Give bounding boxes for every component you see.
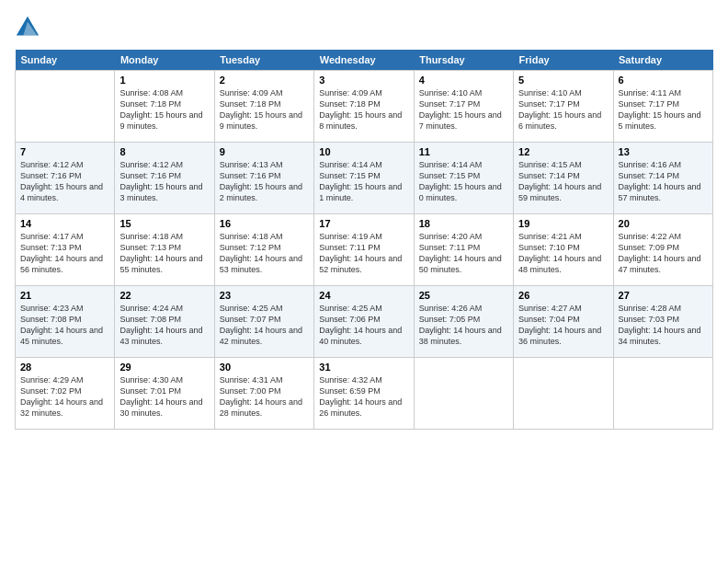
calendar-cell: 12Sunrise: 4:15 AM Sunset: 7:14 PM Dayli…: [514, 143, 613, 214]
day-number: 17: [319, 218, 408, 229]
calendar-cell: 21Sunrise: 4:23 AM Sunset: 7:08 PM Dayli…: [16, 286, 115, 358]
cell-info: Sunrise: 4:18 AM Sunset: 7:13 PM Dayligh…: [119, 231, 209, 276]
calendar-cell: 5Sunrise: 4:10 AM Sunset: 7:17 PM Daylig…: [514, 71, 613, 143]
calendar-cell: [613, 358, 712, 430]
day-number: 27: [619, 290, 708, 301]
day-number: 26: [518, 290, 608, 301]
day-number: 2: [220, 75, 309, 86]
cell-info: Sunrise: 4:21 AM Sunset: 7:10 PM Dayligh…: [518, 231, 608, 276]
calendar-cell: [414, 358, 513, 430]
day-number: 1: [119, 75, 209, 86]
calendar-cell: 15Sunrise: 4:18 AM Sunset: 7:13 PM Dayli…: [115, 214, 214, 286]
cell-info: Sunrise: 4:09 AM Sunset: 7:18 PM Dayligh…: [319, 87, 408, 132]
cell-info: Sunrise: 4:29 AM Sunset: 7:02 PM Dayligh…: [20, 374, 109, 419]
calendar-cell: 10Sunrise: 4:14 AM Sunset: 7:15 PM Dayli…: [314, 143, 414, 214]
calendar-cell: 9Sunrise: 4:13 AM Sunset: 7:16 PM Daylig…: [214, 143, 313, 214]
calendar-cell: 11Sunrise: 4:14 AM Sunset: 7:15 PM Dayli…: [414, 143, 513, 214]
day-number: 3: [319, 75, 408, 86]
day-number: 10: [319, 146, 408, 157]
day-number: 6: [619, 75, 708, 86]
day-number: 15: [119, 218, 209, 229]
cell-info: Sunrise: 4:31 AM Sunset: 7:00 PM Dayligh…: [220, 374, 309, 419]
header-row: SundayMondayTuesdayWednesdayThursdayFrid…: [16, 50, 713, 71]
calendar-cell: 19Sunrise: 4:21 AM Sunset: 7:10 PM Dayli…: [514, 214, 613, 286]
col-header-thursday: Thursday: [414, 50, 513, 71]
day-number: 24: [319, 290, 408, 301]
calendar-cell: 13Sunrise: 4:16 AM Sunset: 7:14 PM Dayli…: [613, 143, 712, 214]
calendar-cell: [16, 71, 115, 143]
cell-info: Sunrise: 4:25 AM Sunset: 7:07 PM Dayligh…: [220, 303, 309, 348]
day-number: 29: [119, 362, 209, 373]
day-number: 8: [119, 146, 209, 157]
calendar-cell: 4Sunrise: 4:10 AM Sunset: 7:17 PM Daylig…: [414, 71, 513, 143]
calendar-cell: 8Sunrise: 4:12 AM Sunset: 7:16 PM Daylig…: [115, 143, 214, 214]
calendar-cell: 1Sunrise: 4:08 AM Sunset: 7:18 PM Daylig…: [115, 71, 214, 143]
day-number: 11: [419, 146, 508, 157]
day-number: 14: [20, 218, 109, 229]
cell-info: Sunrise: 4:09 AM Sunset: 7:18 PM Dayligh…: [220, 87, 309, 132]
logo: [15, 15, 44, 40]
calendar-cell: 3Sunrise: 4:09 AM Sunset: 7:18 PM Daylig…: [314, 71, 414, 143]
calendar-cell: 20Sunrise: 4:22 AM Sunset: 7:09 PM Dayli…: [613, 214, 712, 286]
calendar-cell: 14Sunrise: 4:17 AM Sunset: 7:13 PM Dayli…: [16, 214, 115, 286]
cell-info: Sunrise: 4:20 AM Sunset: 7:11 PM Dayligh…: [419, 231, 508, 276]
cell-info: Sunrise: 4:14 AM Sunset: 7:15 PM Dayligh…: [419, 159, 508, 204]
col-header-saturday: Saturday: [613, 50, 712, 71]
week-row-3: 14Sunrise: 4:17 AM Sunset: 7:13 PM Dayli…: [16, 214, 713, 286]
col-header-monday: Monday: [115, 50, 214, 71]
cell-info: Sunrise: 4:15 AM Sunset: 7:14 PM Dayligh…: [518, 159, 608, 204]
week-row-1: 1Sunrise: 4:08 AM Sunset: 7:18 PM Daylig…: [16, 71, 713, 143]
day-number: 23: [220, 290, 309, 301]
day-number: 12: [518, 146, 608, 157]
calendar-table: SundayMondayTuesdayWednesdayThursdayFrid…: [15, 50, 713, 430]
cell-info: Sunrise: 4:16 AM Sunset: 7:14 PM Dayligh…: [619, 159, 708, 204]
cell-info: Sunrise: 4:17 AM Sunset: 7:13 PM Dayligh…: [20, 231, 109, 276]
day-number: 9: [220, 146, 309, 157]
calendar-cell: 23Sunrise: 4:25 AM Sunset: 7:07 PM Dayli…: [214, 286, 313, 358]
calendar-cell: 27Sunrise: 4:28 AM Sunset: 7:03 PM Dayli…: [613, 286, 712, 358]
week-row-5: 28Sunrise: 4:29 AM Sunset: 7:02 PM Dayli…: [16, 358, 713, 430]
col-header-friday: Friday: [514, 50, 613, 71]
day-number: 21: [20, 290, 109, 301]
cell-info: Sunrise: 4:30 AM Sunset: 7:01 PM Dayligh…: [119, 374, 209, 419]
col-header-wednesday: Wednesday: [314, 50, 414, 71]
cell-info: Sunrise: 4:26 AM Sunset: 7:05 PM Dayligh…: [419, 303, 508, 348]
day-number: 20: [619, 218, 708, 229]
day-number: 4: [419, 75, 508, 86]
col-header-tuesday: Tuesday: [214, 50, 313, 71]
week-row-4: 21Sunrise: 4:23 AM Sunset: 7:08 PM Dayli…: [16, 286, 713, 358]
cell-info: Sunrise: 4:10 AM Sunset: 7:17 PM Dayligh…: [518, 87, 608, 132]
cell-info: Sunrise: 4:18 AM Sunset: 7:12 PM Dayligh…: [220, 231, 309, 276]
page-header: [15, 15, 713, 40]
cell-info: Sunrise: 4:14 AM Sunset: 7:15 PM Dayligh…: [319, 159, 408, 204]
day-number: 19: [518, 218, 608, 229]
cell-info: Sunrise: 4:22 AM Sunset: 7:09 PM Dayligh…: [619, 231, 708, 276]
calendar-cell: [514, 358, 613, 430]
cell-info: Sunrise: 4:27 AM Sunset: 7:04 PM Dayligh…: [518, 303, 608, 348]
cell-info: Sunrise: 4:28 AM Sunset: 7:03 PM Dayligh…: [619, 303, 708, 348]
calendar-cell: 17Sunrise: 4:19 AM Sunset: 7:11 PM Dayli…: [314, 214, 414, 286]
day-number: 25: [419, 290, 508, 301]
logo-icon: [15, 15, 40, 40]
day-number: 7: [20, 146, 109, 157]
calendar-cell: 16Sunrise: 4:18 AM Sunset: 7:12 PM Dayli…: [214, 214, 313, 286]
calendar-cell: 25Sunrise: 4:26 AM Sunset: 7:05 PM Dayli…: [414, 286, 513, 358]
cell-info: Sunrise: 4:13 AM Sunset: 7:16 PM Dayligh…: [220, 159, 309, 204]
day-number: 16: [220, 218, 309, 229]
cell-info: Sunrise: 4:32 AM Sunset: 6:59 PM Dayligh…: [319, 374, 408, 419]
calendar-cell: 6Sunrise: 4:11 AM Sunset: 7:17 PM Daylig…: [613, 71, 712, 143]
calendar-cell: 2Sunrise: 4:09 AM Sunset: 7:18 PM Daylig…: [214, 71, 313, 143]
day-number: 28: [20, 362, 109, 373]
cell-info: Sunrise: 4:25 AM Sunset: 7:06 PM Dayligh…: [319, 303, 408, 348]
calendar-cell: 18Sunrise: 4:20 AM Sunset: 7:11 PM Dayli…: [414, 214, 513, 286]
calendar-cell: 30Sunrise: 4:31 AM Sunset: 7:00 PM Dayli…: [214, 358, 313, 430]
calendar-cell: 7Sunrise: 4:12 AM Sunset: 7:16 PM Daylig…: [16, 143, 115, 214]
cell-info: Sunrise: 4:19 AM Sunset: 7:11 PM Dayligh…: [319, 231, 408, 276]
day-number: 31: [319, 362, 408, 373]
col-header-sunday: Sunday: [16, 50, 115, 71]
calendar-cell: 28Sunrise: 4:29 AM Sunset: 7:02 PM Dayli…: [16, 358, 115, 430]
calendar-cell: 29Sunrise: 4:30 AM Sunset: 7:01 PM Dayli…: [115, 358, 214, 430]
day-number: 5: [518, 75, 608, 86]
calendar-cell: 31Sunrise: 4:32 AM Sunset: 6:59 PM Dayli…: [314, 358, 414, 430]
cell-info: Sunrise: 4:23 AM Sunset: 7:08 PM Dayligh…: [20, 303, 109, 348]
